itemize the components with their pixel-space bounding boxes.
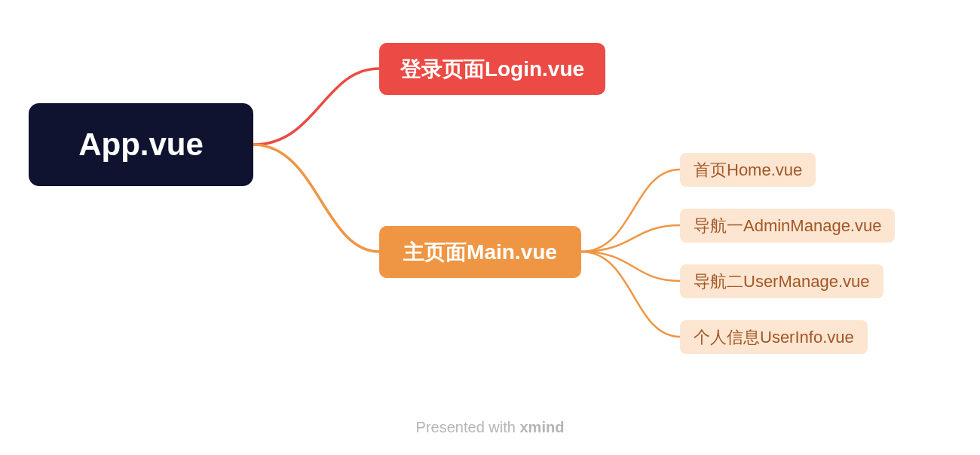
root-node-app[interactable]: App.vue [29, 103, 253, 186]
mindmap-canvas: App.vue 登录页面Login.vue 主页面Main.vue 首页Home… [0, 0, 980, 455]
leaf-node-info-label: 个人信息UserInfo.vue [694, 326, 854, 349]
footer-watermark: Presented with xmind [416, 419, 565, 436]
footer-brand: xmind [519, 419, 564, 435]
leaf-node-user-label: 导航二UserManage.vue [694, 270, 870, 293]
child-node-main[interactable]: 主页面Main.vue [379, 226, 581, 278]
leaf-node-admin[interactable]: 导航一AdminManage.vue [680, 209, 895, 243]
footer-prefix: Presented with [416, 419, 520, 435]
root-node-label: App.vue [78, 127, 204, 163]
child-node-main-label: 主页面Main.vue [403, 238, 557, 267]
leaf-node-home[interactable]: 首页Home.vue [680, 153, 816, 187]
leaf-node-admin-label: 导航一AdminManage.vue [694, 215, 881, 237]
child-node-login-label: 登录页面Login.vue [400, 55, 584, 84]
leaf-node-user[interactable]: 导航二UserManage.vue [680, 264, 884, 298]
leaf-node-info[interactable]: 个人信息UserInfo.vue [680, 320, 868, 354]
leaf-node-home-label: 首页Home.vue [694, 159, 802, 182]
child-node-login[interactable]: 登录页面Login.vue [379, 43, 605, 95]
